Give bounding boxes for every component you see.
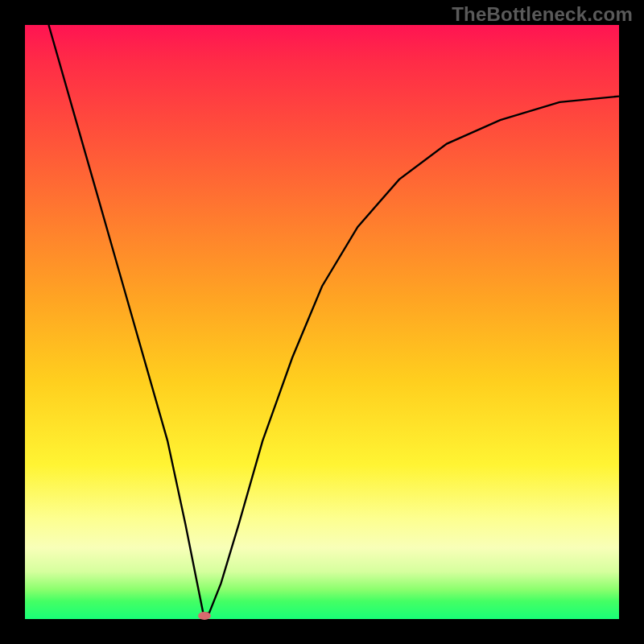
chart-frame: TheBottleneck.com <box>0 0 644 644</box>
plot-area <box>25 25 619 619</box>
curve-svg <box>25 25 619 619</box>
bottleneck-curve-path <box>49 25 620 613</box>
watermark-text: TheBottleneck.com <box>452 3 633 26</box>
minimum-marker <box>198 612 211 620</box>
